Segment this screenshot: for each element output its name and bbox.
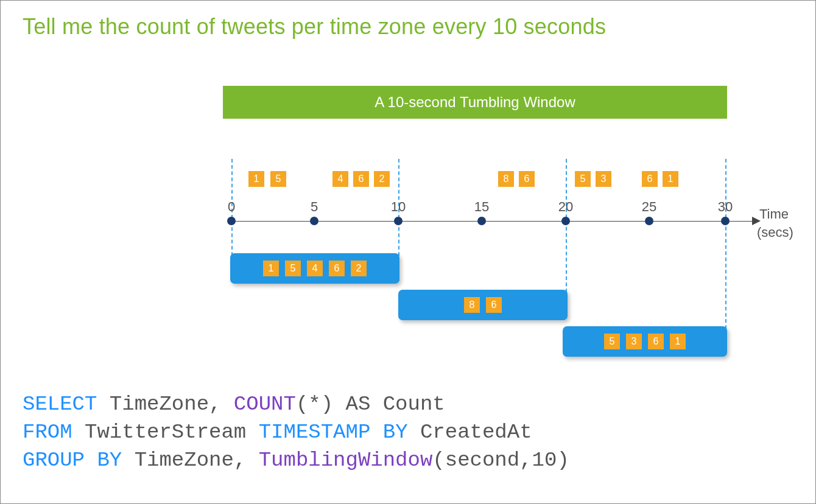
stream-event: 2: [374, 171, 390, 187]
tick-label: 5: [311, 199, 318, 215]
windowed-event: 1: [263, 261, 279, 276]
windowed-event: 3: [626, 334, 642, 349]
stream-event: 8: [498, 171, 514, 187]
windowed-event: 6: [648, 334, 664, 349]
tumbling-window: 86: [398, 290, 568, 320]
tick-label: 25: [642, 199, 656, 215]
code-text: TimeZone,: [122, 449, 258, 472]
windowed-event: 6: [486, 297, 502, 313]
page-title: Tell me the count of tweets per time zon…: [23, 14, 606, 40]
tick-dot: [645, 217, 653, 225]
tick-label: 30: [718, 199, 733, 215]
kw-tumblingwindow: TumblingWindow: [259, 449, 433, 472]
axis-label: (secs): [757, 225, 793, 240]
stream-event: 4: [332, 171, 348, 187]
tick-dot: [477, 217, 486, 225]
window-banner: A 10-second Tumbling Window: [223, 86, 727, 119]
axis-label: Time: [759, 206, 789, 222]
stream-event: 3: [596, 171, 611, 187]
tick-label: 0: [228, 199, 235, 215]
tick-dot: [561, 217, 570, 225]
tumbling-window: 15462: [230, 253, 399, 284]
timeline-diagram: 051015202530Time(secs)154628653611546286…: [223, 159, 759, 378]
code-text: (*) AS Count: [296, 393, 445, 416]
windowed-event: 8: [464, 297, 480, 313]
code-text: TimeZone,: [97, 393, 233, 416]
tick-dot: [394, 217, 403, 225]
windowed-event: 6: [329, 261, 345, 276]
window-boundary-line: [725, 159, 726, 354]
tumbling-window: 5361: [563, 326, 727, 357]
tick-label: 10: [391, 199, 406, 215]
kw-count: COUNT: [234, 393, 296, 416]
diagram-frame: Tell me the count of tweets per time zon…: [0, 0, 816, 504]
windowed-event: 5: [604, 334, 620, 349]
code-text: TwitterStream: [72, 421, 259, 444]
stream-event: 5: [575, 171, 591, 187]
tick-dot: [310, 217, 318, 225]
kw-select: SELECT: [23, 393, 97, 416]
windowed-event: 5: [285, 261, 301, 276]
code-text: (second,10): [432, 449, 569, 472]
code-text: CreatedAt: [408, 421, 532, 444]
windowed-event: 4: [307, 261, 323, 276]
kw-timestamp: TIMESTAMP: [259, 421, 371, 444]
stream-event: 6: [642, 171, 658, 187]
stream-event: 1: [663, 171, 678, 187]
windowed-event: 2: [351, 261, 367, 276]
kw-by: BY: [85, 449, 122, 472]
stream-event: 6: [353, 171, 369, 187]
stream-event: 5: [270, 171, 286, 187]
tick-label: 20: [558, 199, 573, 215]
tick-dot: [227, 217, 236, 225]
windowed-event: 1: [670, 334, 686, 349]
sql-query: SELECT TimeZone, COUNT(*) AS Count FROM …: [23, 391, 569, 475]
stream-event: 6: [519, 171, 535, 187]
stream-event: 1: [248, 171, 264, 187]
tick-dot: [721, 217, 730, 225]
kw-by: BY: [370, 421, 407, 444]
kw-group: GROUP: [23, 449, 85, 472]
tick-label: 15: [474, 199, 489, 215]
kw-from: FROM: [23, 421, 72, 444]
